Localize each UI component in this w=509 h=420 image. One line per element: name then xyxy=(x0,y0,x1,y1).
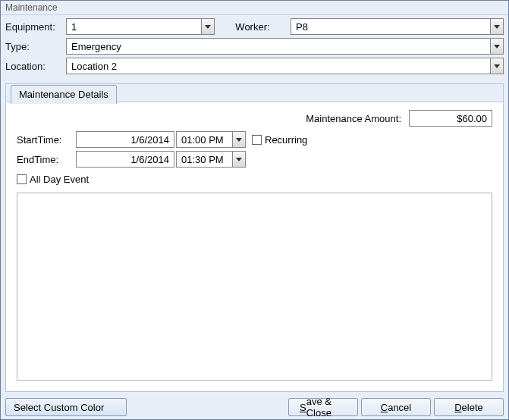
chevron-down-icon[interactable] xyxy=(201,19,214,34)
footer-bar: Select Custom Color Save & Close Cancel … xyxy=(5,398,504,416)
end-time-label: EndTime: xyxy=(17,154,76,165)
header-panel: Equipment: 1 Worker: P8 Type: Emergency … xyxy=(1,15,508,83)
end-time-dropdown[interactable]: 01:30 PM xyxy=(176,151,246,168)
save-and-close-button[interactable]: Save & Close xyxy=(288,398,358,416)
tab-strip: Maintenance Details xyxy=(6,84,503,102)
worker-value: P8 xyxy=(291,19,490,34)
equipment-dropdown[interactable]: 1 xyxy=(66,18,215,35)
chevron-down-icon[interactable] xyxy=(490,58,503,74)
type-dropdown[interactable]: Emergency xyxy=(66,38,504,55)
start-time-value: 01:00 PM xyxy=(177,132,232,147)
location-label: Location: xyxy=(5,61,66,72)
chevron-down-icon[interactable] xyxy=(490,39,503,54)
notes-textarea[interactable] xyxy=(17,193,492,381)
tab-maintenance-details[interactable]: Maintenance Details xyxy=(11,85,117,104)
delete-rest: elete xyxy=(462,402,483,413)
maintenance-amount-label: Maintenance Amount: xyxy=(306,113,401,124)
type-label: Type: xyxy=(5,41,66,52)
window-title: Maintenance xyxy=(1,1,508,15)
cancel-rest: ancel xyxy=(388,402,411,413)
recurring-checkbox[interactable] xyxy=(252,135,262,145)
chevron-down-icon[interactable] xyxy=(232,152,245,167)
end-date-input[interactable]: 1/6/2014 xyxy=(76,151,174,168)
cancel-mnemonic: C xyxy=(381,402,388,413)
maintenance-amount-input[interactable]: $60.00 xyxy=(409,110,492,127)
all-day-checkbox[interactable] xyxy=(17,174,27,184)
all-day-label: All Day Event xyxy=(30,174,89,185)
chevron-down-icon[interactable] xyxy=(490,19,503,34)
save-mnemonic: S xyxy=(300,402,306,413)
chevron-down-icon[interactable] xyxy=(232,132,245,147)
select-custom-color-button[interactable]: Select Custom Color xyxy=(5,398,127,416)
start-date-input[interactable]: 1/6/2014 xyxy=(76,131,174,148)
location-dropdown[interactable]: Location 2 xyxy=(66,58,504,74)
equipment-value: 1 xyxy=(67,19,201,34)
equipment-label: Equipment: xyxy=(5,21,66,33)
worker-dropdown[interactable]: P8 xyxy=(291,18,504,35)
details-area: Maintenance Amount: $60.00 StartTime: 1/… xyxy=(12,102,497,385)
worker-label: Worker: xyxy=(230,21,275,33)
start-time-dropdown[interactable]: 01:00 PM xyxy=(176,131,246,148)
delete-mnemonic: D xyxy=(454,402,461,413)
start-time-label: StartTime: xyxy=(17,134,76,146)
location-value: Location 2 xyxy=(67,58,490,74)
save-rest: ave & Close xyxy=(306,396,347,418)
content-panel: Maintenance Details Maintenance Amount: … xyxy=(5,83,504,392)
cancel-button[interactable]: Cancel xyxy=(361,398,431,416)
maintenance-window: Maintenance Equipment: 1 Worker: P8 Type… xyxy=(0,0,509,420)
delete-button[interactable]: Delete xyxy=(434,398,504,416)
recurring-label: Recurring xyxy=(265,134,307,146)
end-time-value: 01:30 PM xyxy=(177,152,232,167)
type-value: Emergency xyxy=(67,39,490,54)
